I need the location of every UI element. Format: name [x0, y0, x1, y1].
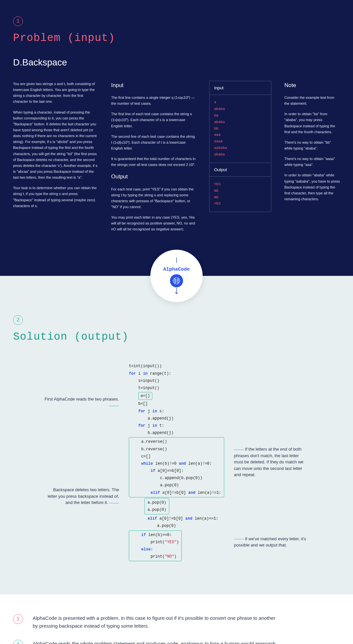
output-para: You may print each letter in any case (Y…	[111, 214, 196, 232]
note-column: Note Consider the example test from the …	[284, 81, 340, 237]
example-output-content: YESNONOYES	[210, 177, 271, 212]
network-icon	[170, 274, 183, 287]
example-output-box: Output YESNONOYES	[209, 163, 271, 212]
footer-row: 1 AlphaCode is presented with a problem,…	[13, 614, 340, 630]
footer-row: 2 AlphaCode reads the whole problem stat…	[13, 640, 340, 644]
problem-badge: 1	[13, 16, 23, 26]
note-para: There's no way to obtain "aaaa" while ty…	[284, 156, 340, 168]
example-output-label: Output	[210, 163, 271, 177]
footer-text: AlphaCode is presented with a problem, i…	[33, 614, 281, 630]
solution-section: 2 Solution (output) First AlphaCode read…	[0, 276, 353, 595]
desc-para: When typing a character, instead of pres…	[13, 109, 98, 181]
code-area: First AlphaCode reads the two phrases. B…	[13, 363, 340, 562]
example-input-label: Input	[210, 81, 271, 95]
note-para: Consider the example test from the state…	[284, 95, 340, 106]
example-input-box: Input 4abababaabababbaaaaaaaaababaababa	[209, 81, 271, 163]
footer-badge-2: 2	[13, 640, 23, 644]
annotations-right: If the letters at the end of both phrase…	[234, 363, 309, 562]
annotation: First AlphaCode reads the two phrases.	[44, 396, 119, 409]
output-heading: Output	[111, 172, 196, 181]
annotations-left: First AlphaCode reads the two phrases. B…	[44, 363, 119, 562]
note-para: In order to obtain "ababa" while typing …	[284, 172, 340, 202]
description-column: You are given two strings s and t, both …	[13, 81, 98, 237]
annotation: If the letters at the end of both phrase…	[234, 446, 309, 478]
footer-badge-1: 1	[13, 614, 23, 624]
input-para: The first line contains a single integer…	[111, 95, 196, 106]
example-input-content: 4abababaabababbaaaaaaaaababaababa	[210, 95, 271, 162]
input-heading: Input	[111, 81, 196, 90]
problem-title: D.Backspace	[13, 57, 340, 68]
arrow-down-icon	[174, 257, 179, 265]
footer-text: AlphaCode reads the whole problem statem…	[33, 640, 281, 644]
problem-section: 1 Problem (input) D.Backspace You are gi…	[0, 0, 353, 276]
desc-para: Your task is to determine whether you ca…	[13, 185, 98, 209]
annotation: Backspace deletes two letters. The lette…	[44, 487, 119, 506]
note-para: There's no way to obtain "bb" while typi…	[284, 139, 340, 151]
input-para: The first line of each test case contain…	[111, 111, 196, 129]
alphacode-badge: AlphaCode	[150, 250, 203, 302]
solution-heading: Solution (output)	[13, 331, 340, 343]
problem-heading: Problem (input)	[13, 32, 340, 44]
note-heading: Note	[284, 81, 340, 90]
alphacode-label: AlphaCode	[163, 267, 190, 272]
code-block: t=int(input())for i in range(t): s=input…	[129, 363, 224, 562]
example-column: Input 4abababaabababbaaaaaaaaababaababa …	[209, 81, 271, 237]
arrow-down-icon	[174, 287, 179, 295]
io-spec-column: Input The first line contains a single i…	[111, 81, 196, 237]
output-para: For each test case, print "YES" if you c…	[111, 186, 196, 210]
input-para: The second line of each test case contai…	[111, 134, 196, 151]
solution-badge: 2	[13, 315, 23, 325]
input-para: It is guaranteed that the total number o…	[111, 156, 196, 168]
problem-columns: You are given two strings s and t, both …	[13, 81, 340, 237]
desc-para: You are given two strings s and t, both …	[13, 81, 98, 105]
annotation: If we've matched every letter, it's poss…	[234, 536, 309, 548]
footer-section: 1 AlphaCode is presented with a problem,…	[0, 595, 353, 644]
note-para: In order to obtain "ba" from "ababa", yo…	[284, 111, 340, 135]
